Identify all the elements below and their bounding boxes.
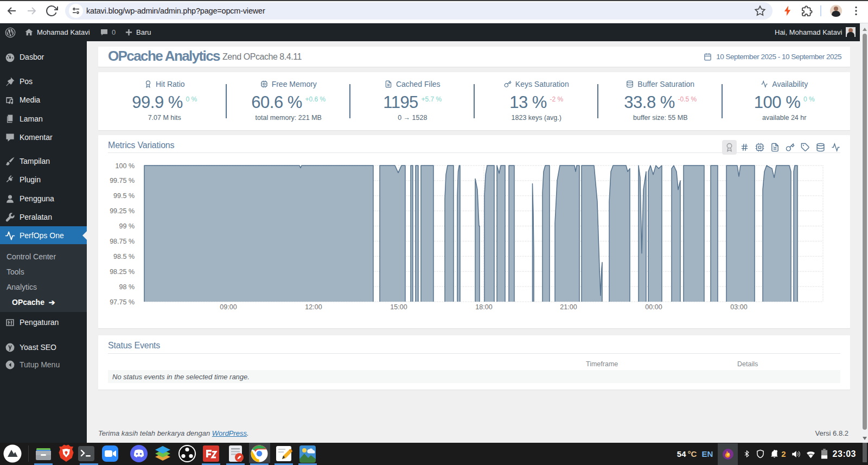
svg-text:21:00: 21:00 <box>560 303 577 311</box>
svg-text:99.75 %: 99.75 % <box>110 177 135 184</box>
svg-text:97.75 %: 97.75 % <box>110 298 135 306</box>
svg-text:15:00: 15:00 <box>390 303 407 311</box>
svg-text:99.5 %: 99.5 % <box>113 192 135 200</box>
svg-text:09:00: 09:00 <box>220 303 237 311</box>
svg-text:12:00: 12:00 <box>305 303 322 311</box>
svg-text:98.75 %: 98.75 % <box>110 238 135 245</box>
svg-text:00:00: 00:00 <box>645 303 662 311</box>
svg-text:98.5 %: 98.5 % <box>113 253 135 260</box>
svg-text:99 %: 99 % <box>119 222 135 230</box>
svg-text:03:00: 03:00 <box>730 303 747 311</box>
svg-text:100 %: 100 % <box>116 162 135 170</box>
svg-text:98.25 %: 98.25 % <box>110 268 135 276</box>
svg-text:18:00: 18:00 <box>475 303 492 311</box>
svg-text:99.25 %: 99.25 % <box>110 207 135 215</box>
svg-text:98 %: 98 % <box>119 283 135 291</box>
